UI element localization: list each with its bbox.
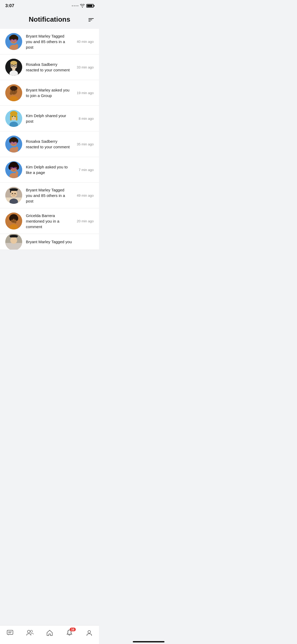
notification-item[interactable]: Bryant Marley asked you to join a Group … xyxy=(0,80,99,106)
svg-point-71 xyxy=(12,219,13,220)
svg-point-70 xyxy=(16,216,18,221)
svg-point-23 xyxy=(10,86,17,91)
svg-point-33 xyxy=(12,116,13,117)
avatar xyxy=(5,161,22,178)
notification-text: Rosalva Sadberry reacted to your comment xyxy=(26,62,70,72)
notification-text: Rosalva Sadberry reacted to your comment xyxy=(26,139,70,149)
svg-rect-76 xyxy=(5,243,22,250)
svg-point-69 xyxy=(9,216,12,221)
status-time: 3:07 xyxy=(5,3,14,8)
page-title: Notifications xyxy=(29,15,70,24)
notification-text: Bryant Marley asked you to join a Group xyxy=(26,88,69,98)
notification-content: Bryant Marley asked you to join a Group xyxy=(26,87,71,98)
notification-item[interactable]: Gricelda Barrera mentioned you in a comm… xyxy=(0,208,99,234)
notification-time: 40 min ago xyxy=(77,40,94,44)
svg-point-12 xyxy=(10,61,17,65)
svg-rect-31 xyxy=(10,115,12,121)
battery-icon xyxy=(86,4,94,8)
svg-rect-32 xyxy=(16,115,17,121)
svg-rect-61 xyxy=(10,191,11,193)
svg-point-50 xyxy=(16,164,19,170)
notification-content: Bryant Marley Tagged you and 85 others i… xyxy=(26,33,71,50)
svg-point-16 xyxy=(11,65,12,66)
notifications-list: Bryant Marley Tagged you and 85 others i… xyxy=(0,29,99,271)
status-bar: 3:07 xyxy=(0,0,99,11)
svg-rect-19 xyxy=(12,68,15,70)
svg-point-17 xyxy=(15,65,16,66)
filter-button[interactable] xyxy=(88,18,94,21)
avatar xyxy=(5,187,22,204)
notification-item[interactable]: Bryant Marley Tagged you and 85 others i… xyxy=(0,183,99,208)
wifi-icon xyxy=(80,4,85,8)
svg-point-34 xyxy=(15,116,16,117)
notification-item[interactable]: Bryant Marley Tagged you xyxy=(0,234,99,250)
notification-text: Gricelda Barrera mentioned you in a comm… xyxy=(26,213,59,229)
notification-time: 8 min ago xyxy=(79,117,94,121)
avatar xyxy=(5,110,22,127)
svg-point-79 xyxy=(10,235,18,237)
avatar xyxy=(5,33,22,50)
svg-point-25 xyxy=(14,90,15,91)
notification-item[interactable]: Kim Delph shared your post 8 min ago xyxy=(0,106,99,131)
notification-text: Bryant Marley Tagged you and 85 others i… xyxy=(26,188,65,203)
notification-content: Rosalva Sadberry reacted to your comment xyxy=(26,139,71,150)
notification-text: Bryant Marley Tagged you xyxy=(26,240,72,244)
avatar xyxy=(5,136,22,153)
notification-time: 19 min ago xyxy=(77,91,94,95)
notification-time: 33 min ago xyxy=(77,65,94,69)
notification-item[interactable]: Rosalva Sadberry reacted to your comment… xyxy=(0,131,99,157)
notification-text: Bryant Marley Tagged you and 85 others i… xyxy=(26,34,65,49)
notification-content: Bryant Marley Tagged you xyxy=(26,239,94,245)
avatar xyxy=(5,213,22,229)
avatar xyxy=(5,234,22,250)
notification-time: 7 min ago xyxy=(79,168,94,172)
notification-time: 49 min ago xyxy=(77,194,94,197)
svg-rect-65 xyxy=(11,194,17,194)
avatar xyxy=(5,84,22,101)
svg-point-72 xyxy=(15,219,16,220)
status-icons xyxy=(72,4,94,8)
notification-content: Bryant Marley Tagged you and 85 others i… xyxy=(26,187,71,204)
notification-content: Kim Delph shared your post xyxy=(26,113,73,124)
notification-item[interactable]: Bryant Marley Tagged you and 85 others i… xyxy=(0,29,99,54)
signal-icon xyxy=(72,5,78,6)
notification-item[interactable]: Kim Delph asked you to like a page 7 min… xyxy=(0,157,99,183)
notification-text: Kim Delph shared your post xyxy=(26,113,66,123)
notification-content: Rosalva Sadberry reacted to your comment xyxy=(26,62,71,73)
notification-content: Kim Delph asked you to like a page xyxy=(26,164,73,175)
notification-item[interactable]: Rosalva Sadberry reacted to your comment… xyxy=(0,54,99,80)
svg-point-24 xyxy=(12,90,13,91)
header: Notifications xyxy=(0,11,99,29)
notification-text: Kim Delph asked you to like a page xyxy=(26,165,68,175)
notification-time: 35 min ago xyxy=(77,142,94,146)
svg-point-60 xyxy=(10,188,18,191)
svg-point-49 xyxy=(8,164,12,170)
svg-point-77 xyxy=(10,237,17,244)
notification-content: Gricelda Barrera mentioned you in a comm… xyxy=(26,213,71,229)
notifications-container: Bryant Marley Tagged you and 85 others i… xyxy=(0,29,99,250)
notification-time: 20 min ago xyxy=(77,219,94,223)
avatar xyxy=(5,59,22,76)
